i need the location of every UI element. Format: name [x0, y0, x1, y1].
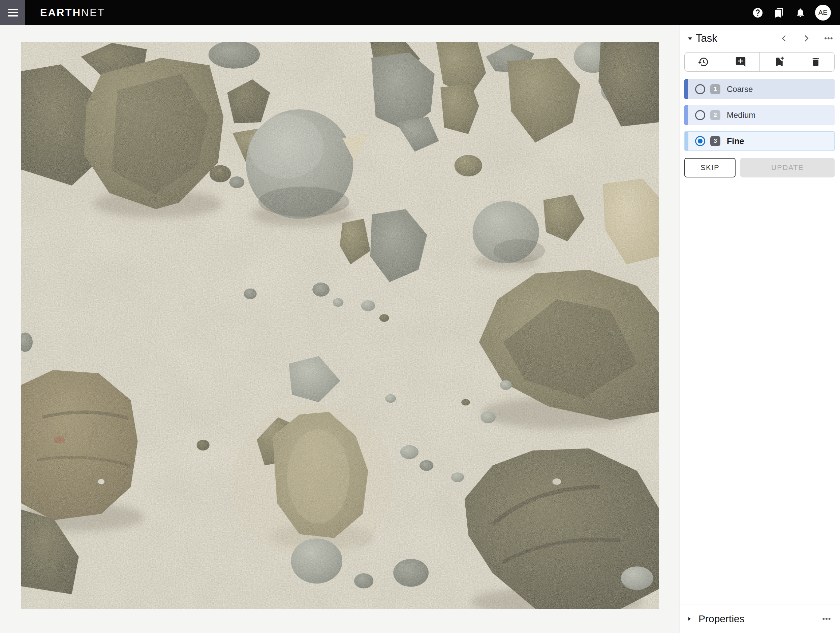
navbar-actions: AE [752, 5, 840, 20]
properties-header[interactable]: Properties [680, 604, 840, 633]
help-icon [752, 7, 764, 19]
option-medium-radio[interactable] [695, 110, 705, 120]
option-medium[interactable]: 2 Medium [684, 105, 835, 125]
menu-button[interactable] [0, 0, 25, 25]
help-button[interactable] [752, 6, 764, 19]
canvas-area [0, 25, 679, 633]
bookmark-add-icon [773, 56, 784, 68]
chevron-right-icon [802, 34, 811, 43]
option-fine-hotkey-badge: 3 [710, 136, 720, 146]
option-medium-label: Medium [727, 110, 755, 120]
bookmarks-icon [774, 8, 785, 18]
next-task-button[interactable] [800, 31, 813, 45]
caret-down-icon [685, 33, 695, 43]
option-medium-hotkey-badge: 2 [710, 110, 720, 120]
avatar[interactable]: AE [815, 5, 831, 20]
task-actions: SKIP UPDATE [684, 158, 835, 178]
option-coarse[interactable]: 1 Coarse [684, 79, 835, 99]
app-logo: EARTHNET [40, 7, 105, 19]
add-comment-icon [735, 56, 746, 68]
add-comment-button[interactable] [722, 52, 759, 71]
option-coarse-hotkey-badge: 1 [710, 84, 720, 94]
sample-photo[interactable] [21, 42, 659, 609]
update-button[interactable]: UPDATE [740, 158, 835, 178]
caret-right-icon [685, 615, 693, 623]
bookmarks-button[interactable] [773, 6, 785, 19]
task-toolbar [684, 52, 835, 72]
option-fine[interactable]: 3 Fine [684, 131, 835, 151]
task-panel-title: Task [696, 32, 717, 44]
history-icon [698, 56, 709, 68]
menu-icon [8, 9, 18, 10]
properties-title: Properties [698, 613, 745, 625]
more-dots-icon [821, 614, 832, 624]
skip-button[interactable]: SKIP [684, 158, 736, 178]
chevron-left-icon [779, 34, 789, 43]
previous-task-button[interactable] [777, 31, 791, 45]
sample-photo-illustration [21, 42, 659, 609]
option-coarse-accent-bar [684, 79, 688, 99]
brand-bold: EARTH [40, 7, 81, 19]
radio-selected-dot [698, 139, 703, 143]
option-fine-accent-bar [685, 132, 688, 151]
top-navbar: EARTHNET AE [0, 0, 840, 25]
option-coarse-label: Coarse [727, 85, 753, 94]
notifications-icon [795, 8, 805, 18]
delete-button[interactable] [797, 52, 834, 71]
task-panel: Task 1 Coarse [679, 25, 840, 633]
avatar-initials: AE [818, 9, 828, 16]
panel-spacer [680, 178, 840, 604]
delete-icon [810, 57, 821, 67]
properties-more-button[interactable] [820, 612, 833, 625]
history-button[interactable] [685, 52, 722, 71]
option-medium-accent-bar [684, 105, 688, 125]
task-panel-header: Task [684, 30, 835, 47]
label-options: 1 Coarse 2 Medium 3 Fine [680, 79, 840, 157]
task-more-button[interactable] [822, 31, 835, 45]
more-dots-icon [824, 33, 834, 43]
option-fine-radio[interactable] [695, 136, 705, 146]
notifications-button[interactable] [794, 6, 807, 19]
option-fine-label: Fine [727, 136, 744, 146]
task-collapse-button[interactable] [684, 33, 696, 44]
option-coarse-radio[interactable] [695, 84, 705, 94]
bookmark-add-button[interactable] [759, 52, 797, 71]
brand-light: NET [81, 7, 105, 19]
